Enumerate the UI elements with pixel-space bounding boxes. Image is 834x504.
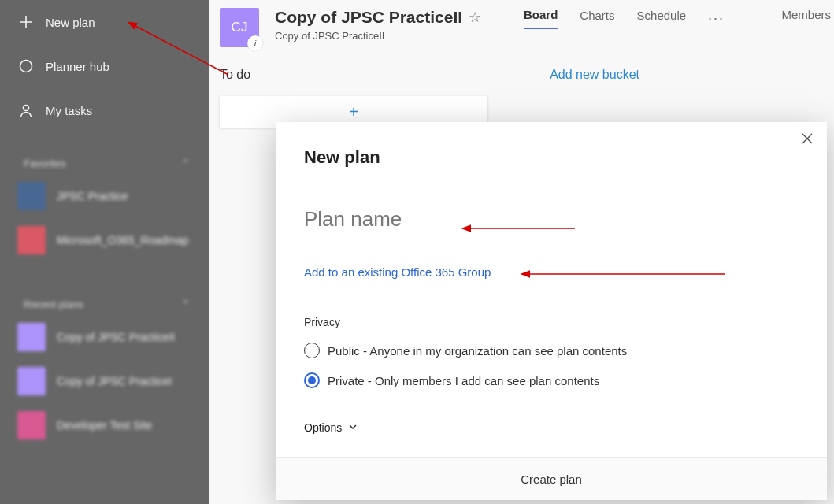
plus-icon: +	[349, 103, 358, 121]
add-bucket-button[interactable]: Add new bucket	[550, 68, 639, 82]
new-plan-button[interactable]: New plan	[0, 0, 209, 44]
planner-hub-button[interactable]: Planner hub	[0, 44, 209, 88]
info-icon[interactable]: i	[247, 35, 263, 51]
new-plan-label: New plan	[46, 16, 95, 29]
plan-name-input[interactable]	[304, 207, 799, 235]
options-toggle[interactable]: Options	[304, 421, 799, 434]
privacy-public-radio[interactable]: Public - Anyone in my organization can s…	[304, 343, 799, 358]
tab-charts[interactable]: Charts	[580, 9, 614, 28]
recent-plan-1[interactable]: Copy of JPSC PracticeI	[0, 359, 209, 403]
header: CJ i Copy of JPSC PracticeII ☆ Copy of J…	[209, 0, 834, 55]
person-icon	[19, 103, 46, 117]
page-title: Copy of JPSC PracticeII	[275, 8, 462, 27]
tab-schedule[interactable]: Schedule	[637, 9, 687, 28]
svg-point-1	[23, 105, 28, 110]
members-button[interactable]: Members	[781, 8, 831, 21]
chevron-down-icon	[348, 421, 358, 434]
svg-point-0	[20, 61, 32, 72]
tabs: Board Charts Schedule ···	[524, 8, 725, 29]
planner-hub-label: Planner hub	[46, 60, 109, 73]
my-tasks-button[interactable]: My tasks	[0, 88, 209, 132]
recent-section[interactable]: Recent plans ⌃	[0, 291, 209, 315]
star-icon[interactable]: ☆	[469, 9, 481, 26]
favorites-section[interactable]: Favorites ⌃	[0, 150, 209, 174]
recent-plan-0[interactable]: Copy of JPSC PracticeII	[0, 315, 209, 359]
radio-unchecked-icon	[304, 343, 320, 358]
page-subtitle: Copy of JPSC PracticeII	[275, 30, 481, 42]
plan-badge[interactable]: CJ i	[220, 8, 259, 47]
favorite-plan-0[interactable]: JPSC Practice	[0, 174, 209, 218]
close-button[interactable]	[800, 132, 814, 149]
bucket-todo[interactable]: To do	[220, 68, 250, 82]
plan-thumb	[17, 367, 46, 395]
chevron-up-icon: ⌃	[181, 158, 190, 169]
favorite-plan-1[interactable]: Microsoft_O365_Roadmap	[0, 218, 209, 262]
add-to-group-link[interactable]: Add to an existing Office 365 Group	[304, 265, 491, 279]
sidebar: New plan Planner hub My tasks Favorites …	[0, 0, 209, 504]
more-icon[interactable]: ···	[708, 10, 725, 27]
chevron-up-icon: ⌃	[181, 298, 190, 310]
recent-plan-2[interactable]: Developer Test Site	[0, 403, 209, 447]
modal-title: New plan	[304, 147, 799, 168]
plan-thumb	[17, 323, 46, 351]
my-tasks-label: My tasks	[46, 104, 92, 117]
plan-thumb	[17, 226, 46, 254]
privacy-label: Privacy	[304, 316, 799, 328]
new-plan-modal: New plan Add to an existing Office 365 G…	[276, 122, 827, 500]
plus-icon	[19, 15, 46, 29]
create-plan-button[interactable]: Create plan	[276, 457, 827, 500]
tab-board[interactable]: Board	[524, 8, 558, 29]
circle-icon	[19, 59, 46, 73]
plan-thumb	[17, 182, 46, 210]
privacy-private-radio[interactable]: Private - Only members I add can see pla…	[304, 372, 799, 388]
radio-checked-icon	[304, 372, 320, 388]
plan-thumb	[17, 411, 46, 439]
